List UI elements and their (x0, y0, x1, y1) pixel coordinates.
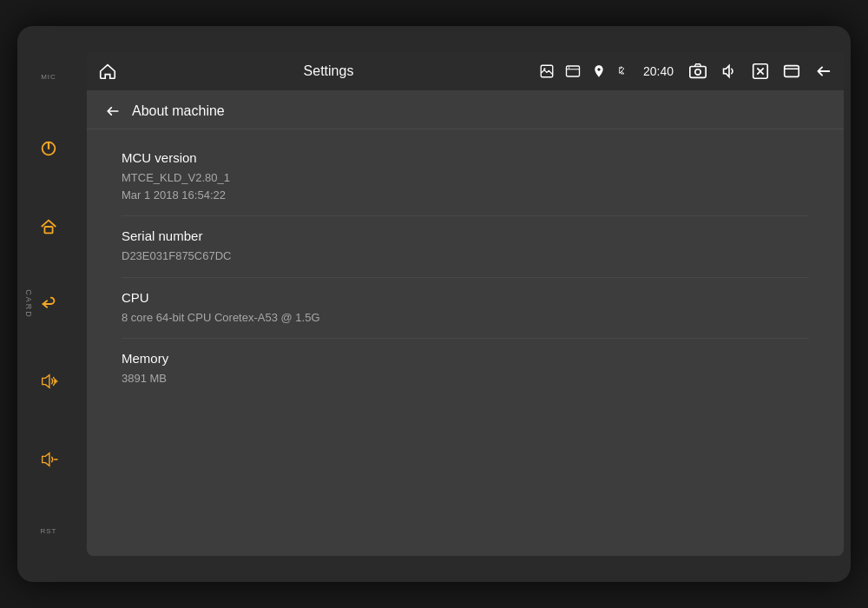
content-area: About machine MCU version MTCE_KLD_V2.80… (87, 90, 844, 556)
cpu-item: CPU 8 core 64-bit CPU Coretex-A53 @ 1.5G (122, 278, 809, 340)
rst-label: RST (41, 527, 57, 535)
serial-label: Serial number (122, 228, 809, 243)
time-display: 20:40 (643, 64, 674, 78)
power-button[interactable] (39, 139, 58, 158)
mcu-value-line1: MTCE_KLD_V2.80_1 (122, 171, 230, 184)
svg-rect-2 (44, 227, 52, 233)
gps-icon (589, 62, 608, 81)
svg-rect-10 (566, 66, 579, 76)
home-side-button[interactable] (39, 217, 58, 236)
cpu-label: CPU (122, 290, 809, 305)
device: MIC CARD (17, 26, 851, 582)
svg-marker-15 (724, 66, 729, 77)
svg-point-12 (569, 67, 570, 69)
image-icon[interactable] (537, 62, 556, 81)
volume-icon[interactable] (717, 59, 741, 83)
memory-label: Memory (122, 351, 809, 366)
volume-down-button[interactable] (39, 450, 58, 469)
mcu-value: MTCE_KLD_V2.80_1 Mar 1 2018 16:54:22 (122, 169, 809, 203)
side-controls: MIC CARD (17, 26, 80, 582)
cpu-value: 8 core 64-bit CPU Coretex-A53 @ 1.5G (122, 309, 809, 327)
serial-value: D23E031F875C67DC (122, 248, 809, 265)
volume-up-button[interactable] (39, 372, 58, 391)
mcu-value-line2: Mar 1 2018 16:54:22 (122, 188, 226, 202)
window-icon[interactable] (779, 59, 804, 83)
home-button[interactable] (95, 59, 120, 83)
mcu-item: MCU version MTCE_KLD_V2.80_1 Mar 1 2018 … (122, 138, 809, 216)
back-row: About machine (87, 90, 844, 129)
back-nav-icon[interactable] (811, 59, 835, 83)
close-icon[interactable] (748, 59, 773, 83)
back-side-button[interactable] (39, 294, 58, 314)
back-button[interactable] (104, 102, 122, 120)
page-title-bar: Settings (127, 63, 530, 79)
svg-marker-3 (43, 375, 49, 388)
storage-icon[interactable] (563, 62, 582, 81)
svg-marker-6 (43, 453, 49, 466)
svg-point-14 (695, 69, 700, 75)
info-list: MCU version MTCE_KLD_V2.80_1 Mar 1 2018 … (87, 129, 844, 408)
mic-label: MIC (41, 73, 56, 81)
screen: Settings (87, 52, 844, 556)
about-machine-title: About machine (132, 103, 225, 119)
serial-item: Serial number D23E031F875C67DC (122, 216, 809, 278)
svg-rect-19 (785, 66, 799, 77)
status-icons (589, 62, 631, 81)
memory-item: Memory 3891 MB (122, 339, 809, 400)
card-label: CARD (24, 289, 33, 319)
bluetooth-icon (612, 62, 631, 81)
camera-icon[interactable] (686, 59, 710, 83)
memory-value: 3891 MB (122, 370, 809, 387)
status-bar: Settings (87, 52, 844, 90)
svg-rect-13 (690, 67, 706, 78)
mcu-label: MCU version (122, 150, 809, 165)
